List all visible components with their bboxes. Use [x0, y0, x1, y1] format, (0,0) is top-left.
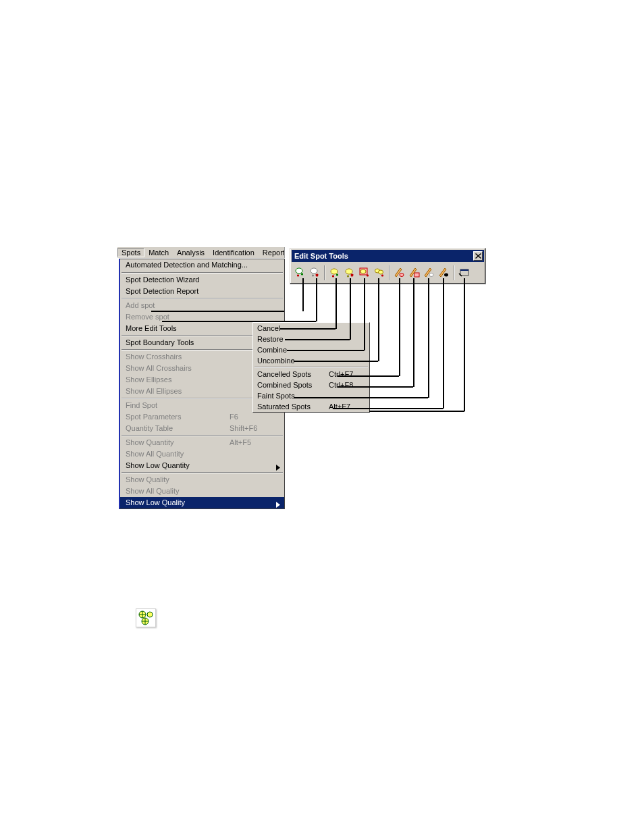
submenu-item-combined[interactable]: Combined SpotsCtrl+F8: [253, 380, 369, 390]
svg-point-0: [296, 268, 302, 273]
menu-item-add-spot: Add spot: [120, 300, 284, 311]
edit-spot-tools-window: Edit Spot Tools: [290, 248, 486, 284]
leader-line: [285, 339, 350, 340]
svg-rect-13: [460, 269, 468, 271]
menu-item-quality: Show Quality: [120, 474, 284, 486]
restore-spot-icon: [344, 267, 356, 279]
leader-line: [294, 397, 428, 398]
add-spot-icon: [294, 267, 306, 279]
close-button[interactable]: [473, 251, 483, 261]
leader-line: [399, 278, 400, 376]
menubar-item-match[interactable]: Match: [144, 248, 173, 257]
menu-item-all-quantity: Show All Quantity: [120, 448, 284, 460]
menu-item-all-quality: Show All Quality: [120, 486, 284, 497]
leader-line: [338, 386, 413, 388]
submenu-item-cancelled[interactable]: Cancelled SpotsCtrl+F7: [253, 369, 369, 380]
svg-point-3: [346, 269, 352, 274]
leader-line: [378, 278, 379, 361]
spot-detection-icon: [136, 609, 155, 627]
svg-point-15: [147, 612, 153, 617]
spot-detection-button[interactable]: [136, 608, 156, 627]
menu-item-low-quality[interactable]: Show Low Quality: [120, 497, 284, 509]
close-icon: [475, 253, 481, 259]
show-cancelled-icon: [394, 267, 406, 279]
tb-show-combined[interactable]: [407, 265, 422, 281]
menu-item-wizard[interactable]: Spot Detection Wizard: [120, 274, 284, 286]
svg-point-1: [311, 268, 317, 273]
submenu-item-saturated[interactable]: Saturated SpotsAlt+F7: [253, 401, 369, 412]
menubar-item-analysis[interactable]: Analysis: [173, 248, 209, 257]
toolbar-options-icon: [458, 267, 471, 279]
submenu-arrow-icon: [276, 463, 280, 474]
leader-line: [443, 278, 444, 409]
menu-item-quantity: Show QuantityAlt+F5: [120, 437, 284, 448]
leader-line: [464, 278, 465, 411]
leader-line: [151, 311, 284, 312]
svg-point-8: [400, 273, 404, 277]
submenu-arrow-icon: [276, 500, 280, 511]
low-quality-submenu: Cancel Restore Combine Uncombine Cancell…: [252, 322, 370, 413]
menubar: Spots Match Analysis Identification Repo…: [117, 247, 285, 258]
svg-rect-9: [414, 273, 419, 277]
menu-item-qtable: Quantity TableShift+F6: [120, 423, 284, 434]
svg-point-5: [360, 269, 366, 273]
toolbar-titlebar[interactable]: Edit Spot Tools: [292, 250, 484, 262]
leader-line: [333, 408, 443, 409]
menu-item-automated[interactable]: Automated Detection and Matching...: [120, 259, 284, 271]
tb-show-faint[interactable]: [422, 265, 437, 281]
toolbar-title: Edit Spot Tools: [294, 252, 348, 260]
svg-point-2: [331, 269, 338, 274]
cancel-spot-icon: [329, 267, 341, 279]
leader-line: [316, 278, 317, 321]
svg-point-10: [429, 273, 433, 277]
menubar-item-spots[interactable]: Spots: [117, 248, 144, 257]
leader-line: [162, 321, 316, 322]
menu-item-report[interactable]: Spot Detection Report: [120, 286, 284, 297]
svg-point-7: [379, 270, 383, 274]
show-faint-icon: [423, 267, 435, 279]
tb-cancel[interactable]: [327, 265, 342, 281]
show-combined-icon: [408, 267, 421, 279]
uncombine-spots-icon: [373, 267, 385, 279]
show-saturated-icon: [438, 267, 450, 279]
leader-line: [413, 278, 414, 387]
tb-uncombine[interactable]: [372, 265, 387, 281]
menu-item-params: Spot ParametersF6: [120, 411, 284, 423]
leader-line: [428, 278, 429, 398]
leader-line: [338, 375, 399, 377]
remove-spot-icon: [308, 267, 321, 279]
leader-line: [294, 361, 378, 362]
combine-spots-icon: [358, 267, 371, 279]
leader-line: [364, 278, 365, 350]
tb-show-saturated[interactable]: [437, 265, 452, 281]
leader-line: [302, 278, 304, 311]
leader-line: [280, 328, 336, 330]
menu-item-low-quantity[interactable]: Show Low Quantity: [120, 460, 284, 471]
tb-add-spot[interactable]: [292, 265, 307, 281]
menubar-item-reports[interactable]: Reports: [259, 248, 285, 257]
leader-line: [350, 278, 351, 340]
tb-remove-spot[interactable]: [307, 265, 322, 281]
leader-line: [369, 411, 464, 412]
leader-line: [287, 350, 364, 351]
leader-line: [336, 278, 337, 329]
svg-point-11: [444, 273, 448, 277]
menubar-item-identification[interactable]: Identification: [209, 248, 259, 257]
submenu-item-faint[interactable]: Faint Spots: [253, 390, 369, 401]
